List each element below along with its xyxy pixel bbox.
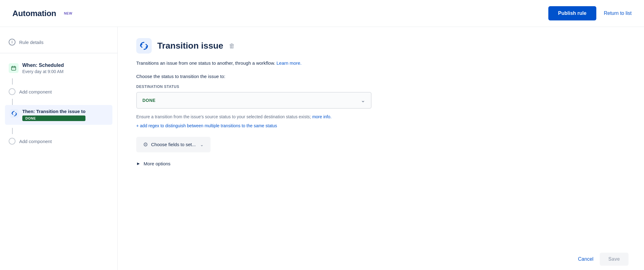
svg-rect-0 <box>11 67 16 70</box>
publish-rule-button[interactable]: Publish rule <box>548 6 597 20</box>
return-to-list-link[interactable]: Return to list <box>604 11 632 16</box>
main-content: Transition issue 🗑 Transitions an issue … <box>118 27 644 270</box>
trash-icon[interactable]: 🗑 <box>229 42 235 50</box>
more-options-row[interactable]: ► More options <box>136 161 625 166</box>
learn-more-link[interactable]: Learn more. <box>276 60 302 66</box>
sidebar-trigger-content: When: Scheduled Every day at 9:00 AM <box>9 63 109 74</box>
choose-fields-label: Choose fields to set... <box>151 142 196 147</box>
content-footer: Cancel Save <box>578 253 629 266</box>
add-component-label-1: Add component <box>19 89 52 94</box>
chevron-down-icon: ⌄ <box>361 97 365 104</box>
destination-status-label: Destination status <box>136 85 625 89</box>
ensure-text: Ensure a transition from the issue's sou… <box>136 114 625 120</box>
trigger-text: When: Scheduled Every day at 9:00 AM <box>22 63 64 74</box>
add-circle-icon-1 <box>9 88 15 95</box>
chevron-right-icon: ► <box>136 161 141 166</box>
content-transition-icon <box>136 38 152 54</box>
header: Automation NEW Publish rule Return to li… <box>0 0 644 27</box>
sidebar: i Rule details When: Scheduled Every day… <box>0 27 118 270</box>
info-icon: i <box>9 39 15 46</box>
trigger-label: When: Scheduled <box>22 63 64 68</box>
action-status-badge: DONE <box>22 115 85 121</box>
connector-line-3 <box>12 128 13 134</box>
calendar-icon <box>9 63 19 73</box>
add-component-row-2[interactable]: Add component <box>0 134 117 148</box>
new-badge: NEW <box>62 11 74 16</box>
content-title: Transition issue <box>157 41 223 51</box>
more-info-link[interactable]: more info. <box>312 114 331 119</box>
gear-icon: ⚙ <box>143 141 148 148</box>
header-actions: Publish rule Return to list <box>548 6 632 20</box>
add-regex-link[interactable]: + add regex to distinguish between multi… <box>136 123 625 128</box>
save-button[interactable]: Save <box>600 253 629 266</box>
sidebar-rule-details[interactable]: i Rule details <box>0 36 117 48</box>
content-header: Transition issue 🗑 <box>136 38 625 54</box>
main-layout: i Rule details When: Scheduled Every day… <box>0 27 644 270</box>
choose-fields-button[interactable]: ⚙ Choose fields to set... ⌄ <box>136 137 211 152</box>
app-title: Automation <box>12 9 56 18</box>
more-options-label: More options <box>144 161 171 166</box>
cancel-link[interactable]: Cancel <box>578 256 594 262</box>
choose-fields-chevron: ⌄ <box>200 142 204 147</box>
trigger-sublabel: Every day at 9:00 AM <box>22 69 64 74</box>
add-circle-icon-2 <box>9 138 15 145</box>
sidebar-action-item[interactable]: Then: Transition the issue to DONE <box>5 105 112 125</box>
transition-icon <box>10 109 19 118</box>
choose-status-label: Choose the status to transition the issu… <box>136 74 625 79</box>
add-component-label-2: Add component <box>19 139 52 144</box>
rule-details-label: Rule details <box>19 40 43 45</box>
connector-line-2 <box>12 99 13 105</box>
destination-status-dropdown[interactable]: DONE ⌄ <box>136 92 372 109</box>
add-component-row-1[interactable]: Add component <box>0 85 117 99</box>
action-text: Then: Transition the issue to DONE <box>22 109 85 121</box>
status-value: DONE <box>142 98 155 103</box>
content-description: Transitions an issue from one status to … <box>136 60 625 67</box>
action-label: Then: Transition the issue to <box>22 109 85 114</box>
sidebar-trigger-item[interactable]: When: Scheduled Every day at 9:00 AM <box>0 58 117 78</box>
sidebar-divider <box>0 53 117 53</box>
connector-line-1 <box>12 78 13 85</box>
